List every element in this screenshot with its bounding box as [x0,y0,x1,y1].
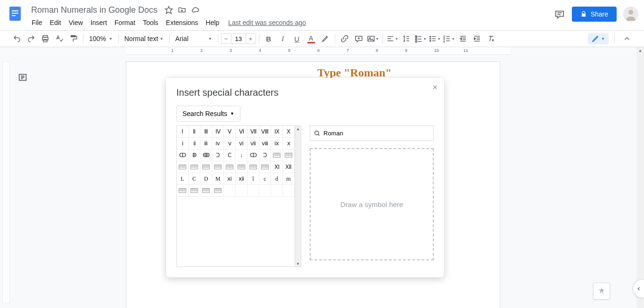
menu-format[interactable]: Format [111,17,139,28]
font-select[interactable]: Arial▼ [173,33,215,45]
menu-tools[interactable]: Tools [140,17,162,28]
numbered-list-icon[interactable]: 123▼ [442,32,455,45]
char-cell[interactable]: ↓ [236,150,248,161]
char-cell[interactable]: Ⅲ [200,126,212,138]
char-cell[interactable]: 010 [177,161,189,173]
font-size-increase[interactable]: + [246,33,256,44]
indent-decrease-icon[interactable] [456,32,470,45]
char-cell[interactable]: Ⅴ [224,126,236,138]
char-cell[interactable]: Ⅺ [271,161,283,173]
char-cell[interactable]: d [271,173,283,185]
char-cell[interactable]: Ⅽ [224,150,236,161]
char-cell[interactable]: ⅹ [283,138,295,150]
draw-symbol-box[interactable]: Draw a symbol here [310,148,434,260]
char-cell[interactable]: ↀ [177,150,189,161]
char-cell[interactable]: M [212,173,224,185]
move-icon[interactable] [177,5,187,15]
char-cell[interactable]: ⅳ [212,138,224,150]
char-cell[interactable]: 010 [200,185,212,197]
char-cell[interactable] [271,185,283,197]
char-cell[interactable]: 010 [200,161,212,173]
side-panel-tab[interactable] [633,279,644,298]
char-cell[interactable]: 010 [212,161,224,173]
char-cell[interactable]: 010 [283,150,295,161]
char-cell[interactable]: ⅺ [224,173,236,185]
document-page[interactable]: Type "Roman" × Insert special characters… [126,61,500,308]
char-cell[interactable]: ⅰ [177,138,189,150]
char-cell[interactable]: ↀ [248,150,259,161]
char-cell[interactable]: ↁ [189,150,200,161]
category-dropdown[interactable]: Search Results▼ [176,106,240,122]
char-cell[interactable]: ⅶ [248,138,259,150]
share-button[interactable]: Share [572,7,617,22]
char-cell[interactable]: 010 [259,161,271,173]
char-cell[interactable]: D [200,173,212,185]
horizontal-ruler[interactable]: 1234567891011 [10,47,634,55]
char-cell[interactable] [259,185,271,197]
cloud-status-icon[interactable] [190,5,200,15]
font-size-input[interactable] [231,33,246,44]
document-title[interactable]: Roman Numerals in Google Docs [28,4,160,16]
account-avatar[interactable] [623,7,638,22]
char-cell[interactable]: Ⅷ [259,126,271,138]
char-cell[interactable]: Ↄ [212,150,224,161]
star-icon[interactable] [164,5,173,15]
char-cell[interactable]: Ⅰ [177,126,189,138]
char-cell[interactable]: ⅷ [259,138,271,150]
char-cell[interactable]: m [283,173,295,185]
char-cell[interactable]: ⅸ [271,138,283,150]
char-cell[interactable]: L [177,173,189,185]
char-cell[interactable]: c [259,173,271,185]
editing-mode-button[interactable]: ▼ [588,33,609,44]
char-cell[interactable]: Ⅳ [212,126,224,138]
char-cell[interactable]: Ⅶ [248,126,259,138]
menu-insert[interactable]: Insert [87,17,110,28]
menu-edit[interactable]: Edit [47,17,65,28]
underline-icon[interactable]: U [290,32,304,45]
bold-icon[interactable]: B [262,32,275,45]
menu-view[interactable]: View [66,17,86,28]
align-icon[interactable]: ▼ [386,32,399,45]
close-icon[interactable]: × [432,83,438,92]
char-cell[interactable]: 010 [212,185,224,197]
redo-icon[interactable] [25,32,38,45]
font-size-decrease[interactable]: − [221,33,231,44]
char-cell[interactable]: ↂ [200,150,212,161]
comment-add-icon[interactable] [352,32,365,45]
char-cell[interactable]: l [248,173,259,185]
grid-scrollbar[interactable]: ▲▼ [295,126,301,266]
char-cell[interactable]: C [189,173,200,185]
zoom-select[interactable]: 100%▼ [86,33,116,45]
char-cell[interactable]: 010 [189,185,200,197]
char-cell[interactable]: 010 [248,161,259,173]
char-cell[interactable]: 010 [271,150,283,161]
menu-help[interactable]: Help [202,17,223,28]
char-cell[interactable]: ⅻ [236,173,248,185]
char-cell[interactable]: Ⅻ [283,161,295,173]
checklist-icon[interactable]: ▼ [414,32,427,45]
char-cell[interactable]: Ⅵ [236,126,248,138]
collapse-icon[interactable] [620,32,634,45]
style-select[interactable]: Normal text▼ [122,33,166,45]
line-spacing-icon[interactable] [400,32,413,45]
undo-icon[interactable] [10,32,24,45]
text-color-icon[interactable]: A [305,32,318,45]
docs-home-icon[interactable] [6,4,25,23]
image-icon[interactable]: ▼ [366,32,380,45]
char-cell[interactable]: ⅱ [189,138,200,150]
char-cell[interactable]: ⅴ [224,138,236,150]
char-cell[interactable] [248,185,259,197]
link-icon[interactable] [338,32,351,45]
bullet-list-icon[interactable]: ▼ [428,32,441,45]
menu-extensions[interactable]: Extensions [163,17,201,28]
char-cell[interactable]: Ⅸ [271,126,283,138]
char-cell[interactable]: 010 [189,161,200,173]
char-cell[interactable]: Ⅹ [283,126,295,138]
indent-increase-icon[interactable] [471,32,484,45]
italic-icon[interactable]: I [276,32,289,45]
char-cell[interactable]: Ⅱ [189,126,200,138]
highlight-icon[interactable] [319,32,332,45]
char-cell[interactable]: 010 [177,185,189,197]
char-cell[interactable]: ⅵ [236,138,248,150]
spellcheck-icon[interactable] [53,32,66,45]
